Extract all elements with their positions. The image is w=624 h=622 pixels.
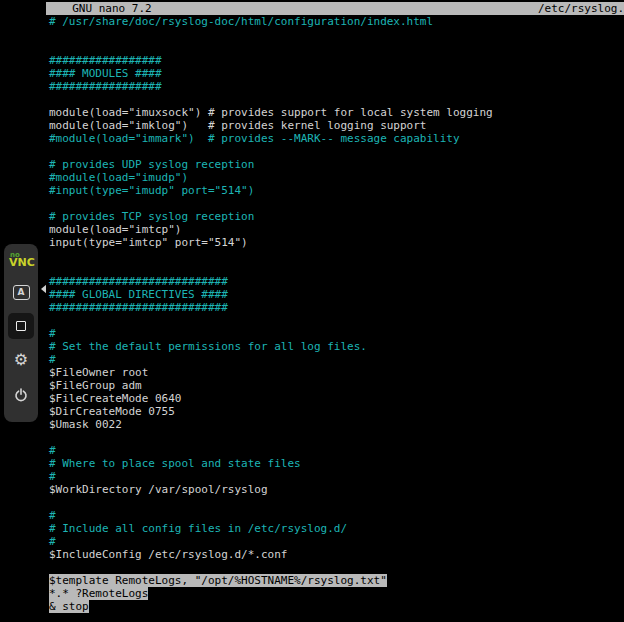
nano-titlebar: GNU nano 7.2 /etc/rsyslog. bbox=[46, 2, 624, 15]
buffer-line bbox=[49, 93, 624, 106]
buffer-line: ########################### bbox=[49, 301, 624, 314]
buffer-line bbox=[49, 145, 624, 158]
buffer-line bbox=[49, 41, 624, 54]
buffer-line: # provides TCP syslog reception bbox=[49, 210, 624, 223]
buffer-line bbox=[49, 431, 624, 444]
nano-version: GNU nano 7.2 bbox=[46, 2, 152, 15]
power-button[interactable] bbox=[8, 381, 34, 407]
buffer-line bbox=[49, 28, 624, 41]
fullscreen-icon bbox=[16, 321, 26, 331]
buffer-line: # bbox=[49, 444, 624, 457]
buffer-line bbox=[49, 197, 624, 210]
buffer-line: $IncludeConfig /etc/rsyslog.d/*.conf bbox=[49, 548, 624, 561]
buffer-line: ################# bbox=[49, 54, 624, 67]
buffer-line: # bbox=[49, 353, 624, 366]
buffer-line: module(load="imtcp") bbox=[49, 223, 624, 236]
keyboard-icon: A bbox=[13, 285, 30, 300]
buffer-line: $FileGroup adm bbox=[49, 379, 624, 392]
buffer-line: #### MODULES #### bbox=[49, 67, 624, 80]
buffer-line: #module(load="immark") # provides --MARK… bbox=[49, 132, 624, 145]
settings-button[interactable]: ⚙ bbox=[8, 347, 34, 373]
fullscreen-button[interactable] bbox=[8, 313, 34, 339]
nano-terminal: GNU nano 7.2 /etc/rsyslog. # /usr/share/… bbox=[46, 2, 624, 622]
nano-filename: /etc/rsyslog. bbox=[538, 2, 624, 15]
novnc-logo: no VNC bbox=[9, 251, 33, 267]
buffer-line: $template RemoteLogs, "/opt/%HOSTNAME%/r… bbox=[49, 574, 624, 587]
buffer-line: #### GLOBAL DIRECTIVES #### bbox=[49, 288, 624, 301]
buffer-line bbox=[49, 314, 624, 327]
buffer-line: $Umask 0022 bbox=[49, 418, 624, 431]
buffer-line: input(type="imtcp" port="514") bbox=[49, 236, 624, 249]
buffer-line: module(load="imuxsock") # provides suppo… bbox=[49, 106, 624, 119]
buffer-line: $WorkDirectory /var/spool/rsyslog bbox=[49, 483, 624, 496]
buffer-line: #input(type="imudp" port="514") bbox=[49, 184, 624, 197]
buffer-line: ################# bbox=[49, 80, 624, 93]
novnc-toolbar: no VNC A ⚙ bbox=[4, 244, 38, 422]
buffer-line: # bbox=[49, 327, 624, 340]
buffer-line: $FileOwner root bbox=[49, 366, 624, 379]
gear-icon: ⚙ bbox=[14, 352, 28, 368]
buffer-line: # bbox=[49, 509, 624, 522]
novnc-logo-vnc: VNC bbox=[9, 259, 33, 267]
buffer-line bbox=[49, 249, 624, 262]
nano-buffer[interactable]: # /usr/share/doc/rsyslog-doc/html/config… bbox=[46, 15, 624, 613]
buffer-line: #module(load="imudp") bbox=[49, 171, 624, 184]
buffer-line: # bbox=[49, 535, 624, 548]
buffer-line bbox=[49, 262, 624, 275]
buffer-line: # Where to place spool and state files bbox=[49, 457, 624, 470]
power-icon bbox=[14, 387, 28, 401]
buffer-line: ########################### bbox=[49, 275, 624, 288]
buffer-line bbox=[49, 496, 624, 509]
keyboard-button[interactable]: A bbox=[8, 279, 34, 305]
buffer-line: & stop bbox=[49, 600, 624, 613]
buffer-line: # Include all config files in /etc/rsysl… bbox=[49, 522, 624, 535]
buffer-line: $DirCreateMode 0755 bbox=[49, 405, 624, 418]
buffer-line: *.* ?RemoteLogs bbox=[49, 587, 624, 600]
buffer-line: # Set the default permissions for all lo… bbox=[49, 340, 624, 353]
buffer-line: # provides UDP syslog reception bbox=[49, 158, 624, 171]
buffer-line: # /usr/share/doc/rsyslog-doc/html/config… bbox=[49, 15, 624, 28]
buffer-line bbox=[49, 561, 624, 574]
buffer-line: # bbox=[49, 470, 624, 483]
buffer-line: $FileCreateMode 0640 bbox=[49, 392, 624, 405]
buffer-line: module(load="imklog") # provides kernel … bbox=[49, 119, 624, 132]
